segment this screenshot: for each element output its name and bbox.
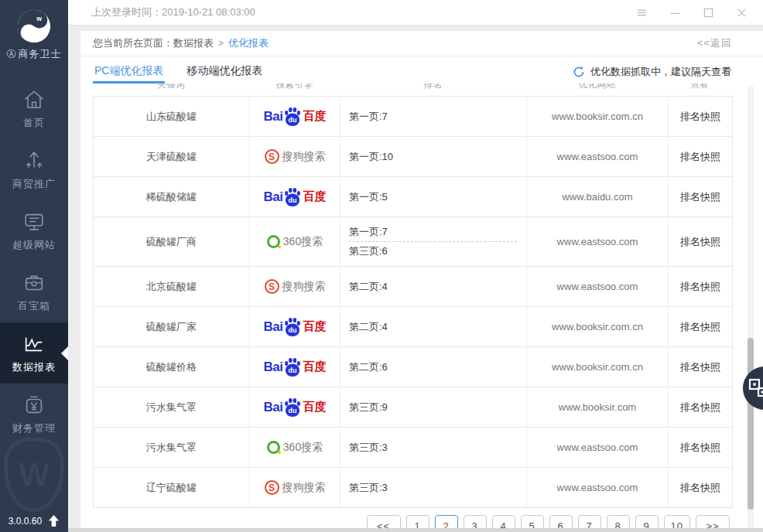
titlebar: 上次登录时间：2019-10-21 08:03:00 — [68, 0, 763, 26]
table-header-clipped: 关键词搜索引擎排名优化网站查看 — [93, 84, 733, 96]
sidebar-item-label: 首页 — [0, 116, 68, 130]
sidebar-item-label: 百宝箱 — [0, 299, 68, 313]
report-table: 关键词搜索引擎排名优化网站查看 山东硫酸罐Baidu百度第一页:7www.boo… — [93, 84, 733, 532]
baidu-zh-text: 百度 — [303, 360, 326, 374]
keyword-cell: 硫酸罐价格 — [94, 347, 250, 387]
baidu-zh-text: 百度 — [303, 189, 326, 204]
svg-text:du: du — [289, 367, 297, 374]
tab-pc-report[interactable]: PC端优化报表 — [93, 64, 165, 84]
sidebar-item-finance[interactable]: 财务管理 — [0, 384, 68, 445]
baidu-bai-text: Bai — [264, 189, 283, 205]
engine-cell: Baidu百度 — [250, 347, 340, 387]
sidebar-item-home[interactable]: 首页 — [0, 78, 68, 139]
column-header: 排名 — [340, 84, 526, 96]
sogou-label: 搜狗搜索 — [282, 280, 326, 294]
action-cell: 排名快照 — [669, 387, 732, 427]
scrollbar-thumb[interactable] — [748, 338, 754, 510]
rank-snapshot-link[interactable]: 排名快照 — [680, 235, 720, 249]
rank-value: 第一页:7 — [349, 109, 388, 124]
rank-value: 第三页:6 — [349, 244, 388, 259]
baidu-paw-icon: du — [283, 397, 302, 418]
rank-snapshot-link[interactable]: 排名快照 — [680, 280, 720, 294]
sidebar-item-label: 商贸推广 — [0, 177, 68, 191]
home-icon — [22, 88, 46, 111]
website-icon — [22, 210, 46, 234]
rank-value: 第一页:7 — [349, 224, 388, 240]
website-cell: www.booksir.com — [527, 387, 669, 427]
website-cell: www.eastsoo.com — [527, 428, 669, 467]
menu-icon[interactable] — [635, 6, 648, 19]
engine-cell: Baidu百度 — [250, 387, 340, 427]
workspace: 您当前所在页面：数据报表 > 优化报表 <<返回 PC端优化报表 移动端优化报表… — [68, 26, 763, 532]
website-cell: www.eastsoo.com — [527, 468, 669, 507]
360-logo: 360搜索 — [267, 441, 323, 455]
breadcrumb-separator: > — [218, 38, 224, 49]
sogou-s-icon: S — [265, 279, 279, 294]
breadcrumb-current: 优化报表 — [228, 36, 269, 50]
rank-snapshot-link[interactable]: 排名快照 — [680, 481, 720, 495]
back-link[interactable]: <<返回 — [697, 36, 732, 50]
rank-value: 第二页:6 — [349, 360, 388, 375]
rank-snapshot-link[interactable]: 排名快照 — [680, 320, 720, 334]
last-login-time: 上次登录时间：2019-10-21 08:03:00 — [91, 5, 255, 19]
rank-value: 第一页:10 — [349, 149, 393, 165]
action-cell: 排名快照 — [669, 307, 732, 346]
keyword-cell: 硫酸罐厂商 — [94, 217, 250, 266]
minimize-button[interactable] — [669, 6, 681, 19]
engine-cell: S搜狗搜索 — [250, 267, 340, 306]
upgrade-arrow-icon[interactable] — [48, 514, 60, 527]
close-button[interactable] — [735, 6, 748, 19]
sogou-label: 搜狗搜索 — [282, 150, 326, 164]
sogou-logo: S搜狗搜索 — [265, 279, 326, 294]
table-row: 硫酸罐价格Baidu百度第二页:6www.booksir.com.cn排名快照 — [94, 347, 732, 387]
rank-cell: 第一页:7第三页:6 — [340, 217, 527, 266]
engine-cell: 360搜索 — [250, 217, 340, 266]
baidu-bai-text: Bai — [264, 360, 283, 375]
table-row: 山东硫酸罐Baidu百度第一页:7www.booksir.com.cn排名快照 — [94, 97, 732, 137]
svg-text:w: w — [36, 15, 42, 22]
tabbar: PC端优化报表 移动端优化报表 优化数据抓取中，建议隔天查看 — [80, 56, 763, 84]
baidu-zh-text: 百度 — [303, 319, 326, 334]
rank-cell: 第三页:3 — [340, 468, 527, 507]
engine-cell: S搜狗搜索 — [250, 137, 340, 176]
column-header: 搜索引擎 — [249, 84, 340, 96]
table-row: 稀硫酸储罐Baidu百度第一页:5www.baidu.com排名快照 — [94, 177, 732, 217]
rank-cell: 第一页:10 — [340, 137, 527, 176]
baidu-zh-text: 百度 — [303, 109, 326, 124]
sidebar-item-toolbox[interactable]: 百宝箱 — [0, 261, 68, 322]
baidu-logo: Baidu百度 — [264, 107, 327, 127]
scrollbar-track[interactable] — [748, 85, 754, 532]
rank-snapshot-link[interactable]: 排名快照 — [680, 441, 720, 455]
sidebar-item-promote[interactable]: 商贸推广 — [0, 139, 68, 200]
tab-mobile-report[interactable]: 移动端优化报表 — [185, 64, 264, 84]
website-cell: www.booksir.com.cn — [527, 97, 669, 136]
sidebar-item-report[interactable]: 数据报表 — [0, 322, 68, 384]
rank-cell: 第三页:3 — [340, 428, 527, 467]
sidebar-item-label: 数据报表 — [0, 360, 68, 374]
rank-snapshot-link[interactable]: 排名快照 — [680, 360, 720, 374]
sogou-logo: S搜狗搜索 — [265, 480, 326, 495]
breadcrumb-prefix: 您当前所在页面：数据报表 — [93, 36, 214, 50]
rank-snapshot-link[interactable]: 排名快照 — [680, 401, 720, 414]
website-cell: www.eastsoo.com — [527, 267, 669, 306]
maximize-button[interactable] — [702, 6, 714, 19]
keyword-cell: 北京硫酸罐 — [94, 267, 250, 306]
rank-value: 第三页:9 — [349, 400, 388, 415]
baidu-paw-icon: du — [283, 187, 302, 207]
baidu-logo: Baidu百度 — [264, 357, 327, 377]
rank-cell: 第三页:9 — [340, 387, 527, 427]
rank-snapshot-link[interactable]: 排名快照 — [680, 190, 720, 204]
refresh-icon[interactable] — [573, 66, 585, 78]
rank-value: 第三页:3 — [349, 480, 388, 496]
column-header: 查看 — [668, 84, 731, 96]
baidu-paw-icon: du — [283, 107, 302, 127]
action-cell: 排名快照 — [669, 137, 732, 176]
table-row: 污水集气罩Baidu百度第三页:9www.booksir.com排名快照 — [94, 387, 732, 428]
table-row: 天津硫酸罐S搜狗搜索第一页:10www.eastsoo.com排名快照 — [94, 137, 732, 177]
engine-cell: Baidu百度 — [250, 177, 340, 217]
sidebar-item-website[interactable]: 超级网站 — [0, 200, 68, 261]
rank-snapshot-link[interactable]: 排名快照 — [680, 110, 720, 124]
table-row: 硫酸罐厂商360搜索第一页:7第三页:6www.eastsoo.com排名快照 — [94, 217, 732, 267]
table-row: 辽宁硫酸罐S搜狗搜索第三页:3www.eastsoo.com排名快照 — [94, 468, 732, 508]
rank-snapshot-link[interactable]: 排名快照 — [680, 150, 720, 164]
